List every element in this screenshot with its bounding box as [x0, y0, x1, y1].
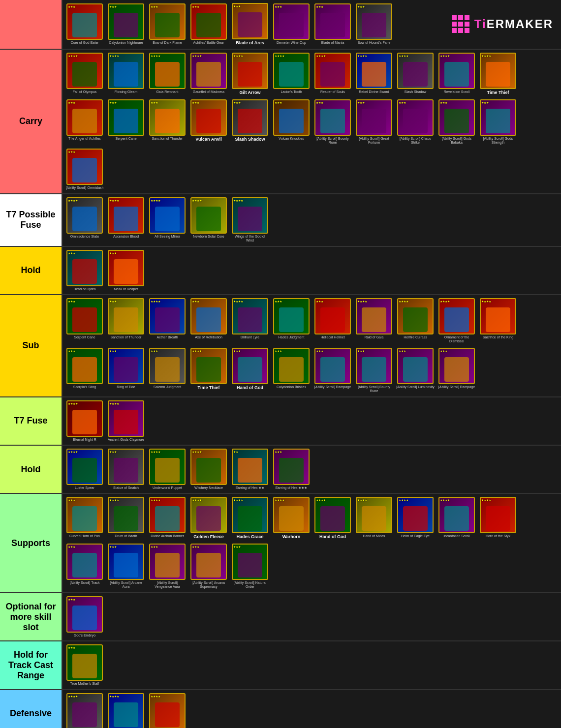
item-icon: ★★★★ [108, 693, 144, 728]
item-icon: ★★★ [66, 3, 103, 40]
tier-content: ★★★Head of Hydra★★★Mask of Reaper [62, 247, 561, 294]
tier-row: Hold★★★★Luster Spear★★★Statue of Snatch★… [0, 446, 561, 494]
item-label: [Ability Scroll] Natural Order [231, 581, 269, 589]
item-icon: ★★★ [108, 544, 144, 580]
item-icon: ★★★★ [314, 497, 351, 533]
list-item: ★★★Scorpio's Sting [65, 348, 104, 394]
item-icon: ★★★★ [108, 400, 144, 437]
item-label: Calydonion Nightmare [109, 41, 143, 45]
item-label: True Mother's Staff [70, 682, 99, 686]
item-icon: ★★★ [232, 544, 268, 580]
list-item: ★★★Earring of Hex ★★★ [272, 449, 311, 490]
list-item: ★★★★Omniscience Slate [65, 197, 104, 243]
item-icon: ★★★★ [232, 197, 268, 234]
item-label: Omniscience Slate [70, 235, 99, 239]
item-icon: ★★★★ [273, 497, 310, 533]
item-icon: ★★★ [66, 149, 103, 185]
tier-label: Hold [0, 446, 62, 493]
list-item: ★★Earring of Hex ★★ [231, 449, 269, 490]
item-label: God's Embryo [74, 634, 95, 637]
item-label: Warhorn [282, 534, 301, 540]
tier-row: Supports★★★Curved Horn of Pan★★★★Drum of… [0, 494, 561, 593]
list-item: ★★★★Wings of the God of Wind [231, 197, 269, 243]
list-item: ★★★★Raid of Gaia [355, 298, 393, 344]
item-icon: ★★★ [356, 3, 392, 40]
item-label: All-Seeing Mirror [155, 235, 180, 239]
list-item: ★★★★Ascension Blood [107, 197, 145, 243]
list-item: ★★★★Pheonix Pupil [148, 693, 187, 728]
tier-row: T7 Possible Fuse★★★★Omniscience Slate★★★… [0, 194, 561, 247]
logo-grid [452, 15, 469, 33]
list-item: ★★★★Slash Shadow [396, 53, 435, 95]
item-icon: ★★★ [438, 99, 475, 136]
item-icon: ★★★ [273, 3, 310, 40]
item-label: Witchery Necklace [194, 486, 223, 490]
item-icon: ★★★★ [397, 298, 434, 334]
list-item: ★★★Axe of Retribution [189, 298, 228, 344]
item-label: Bow of Hound's Fane [358, 41, 391, 45]
item-label: [Ability Scroll] Bounty Rune [313, 137, 352, 145]
list-item: ★★★★Hades Grace [231, 497, 269, 540]
item-icon: ★★★★ [356, 53, 392, 89]
item-icon: ★★★ [314, 348, 351, 384]
item-icon: ★★★★ [149, 197, 186, 234]
item-label: Sanction of Thunder [152, 137, 183, 141]
header-row: ★★★Core of God Eater★★★Calydonion Nightm… [0, 0, 561, 50]
item-label: Bow of Dark Flame [153, 41, 182, 45]
item-label: Ring of Tide [117, 385, 135, 389]
item-label: Eternal Night R [73, 438, 96, 442]
list-item: ★★★Vulcan Anvil [189, 99, 228, 145]
item-label: Sacrifice of the King [483, 335, 513, 339]
item-icon: ★★★ [397, 99, 434, 136]
item-label: Serpent Cane [74, 335, 95, 339]
list-item: ★★★★Time Thief [189, 348, 228, 394]
list-item: ★★★★Incantation Scroll [437, 497, 476, 540]
tier-content: ★★★Serpent Cane★★★Sanction of Thunder★★★… [62, 295, 561, 396]
item-icon: ★★★ [66, 298, 103, 334]
list-item: ★★★Mask of Reaper [107, 250, 145, 291]
item-icon: ★★★ [314, 298, 351, 334]
item-label: [Ability Scroll] Vengeance Aura [148, 581, 187, 589]
item-label: Sanction of Thunder [111, 335, 142, 339]
list-item: ★★★Calydonian Bristles [272, 348, 311, 394]
item-label: Luster Spear [75, 486, 94, 490]
item-icon: ★★★ [273, 348, 310, 384]
list-item: ★★★★Revelation Scroll [437, 53, 476, 95]
item-label: Ladon's Tooth [280, 90, 302, 94]
item-label: Gauntlet of Madness [193, 90, 225, 94]
item-label: Solemn Judgment [154, 385, 181, 389]
list-item: ★★★★Aether Breath [148, 298, 187, 344]
item-icon: ★★★ [438, 348, 475, 384]
tier-content: ★★★★Eternal Night R★★★★Ancient Gods Clay… [62, 397, 561, 445]
list-item: ★★★★Gilt Arrow [231, 53, 269, 95]
item-label: Newborn Solar Core [193, 235, 224, 239]
list-item: ★★★[Ability Scroll] Bounty Rune [355, 348, 393, 394]
item-icon: ★★★ [108, 99, 144, 136]
header-content: ★★★Core of God Eater★★★Calydonion Nightm… [62, 0, 444, 49]
tier-row: Hold★★★Head of Hydra★★★Mask of Reaper [0, 247, 561, 295]
item-label: Raid of Gaia [365, 335, 384, 339]
tier-row: Sub★★★Serpent Cane★★★Sanction of Thunder… [0, 295, 561, 397]
tier-row: Defensive★★★★Girdle of Gaia★★★★Shield of… [0, 690, 561, 728]
item-label: Achilles' Battle Gear [193, 41, 224, 45]
list-item: ★★★[Ability Scroll] Omnislash [65, 149, 104, 190]
item-icon: ★★★ [232, 3, 268, 39]
list-item: ★★★[Ability Scroll] Rampage [313, 348, 352, 394]
list-item: ★★★God's Embryo [65, 596, 104, 637]
tier-content: ★★★True Mother's Staff [62, 641, 561, 689]
list-item: ★★★Sanction of Thunder [107, 298, 145, 344]
item-label: Time Thief [487, 90, 509, 95]
list-item: ★★★[Ability Scroll] Track [65, 544, 104, 589]
item-label: Hades Grace [236, 534, 263, 540]
tier-label: Supports [0, 494, 62, 592]
item-label: [Ability Scroll] Chaos Strike [396, 137, 435, 145]
list-item: ★★★Blade of Mania [313, 3, 352, 45]
item-label: Axe of Retribution [195, 335, 222, 339]
item-label: Revelation Scroll [444, 90, 470, 94]
item-label: Aether Breath [156, 335, 178, 339]
list-item: ★★★★Divine Archon Banner [148, 497, 187, 540]
list-item: ★★★Solemn Judgment [148, 348, 187, 394]
list-item: ★★★Serpent Cane [107, 99, 145, 145]
item-label: Earring of Hex ★★ [236, 486, 265, 490]
list-item: ★★★★Luster Spear [65, 449, 104, 490]
